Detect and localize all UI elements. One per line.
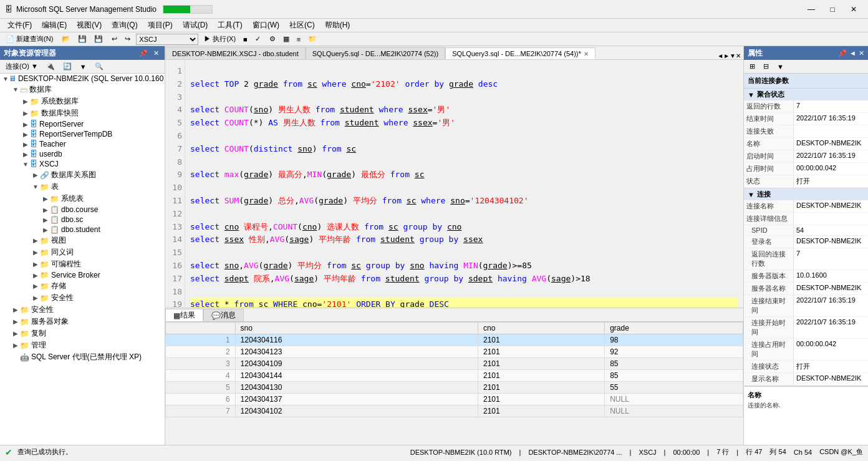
tree-dbo-sc[interactable]: ▶ 📋 dbo.sc bbox=[0, 215, 165, 225]
tab-scroll-left[interactable]: ◄ bbox=[717, 52, 723, 59]
prop-key-conn-name: 连接名称 bbox=[744, 200, 794, 212]
prop-header: 属性 📌 ◄ ✕ bbox=[744, 46, 868, 60]
prop-tb-btn1[interactable]: ⊞ bbox=[746, 61, 758, 72]
current-connection-label: 当前连接参数 bbox=[744, 74, 868, 89]
db-icon-xscj: 🗄 bbox=[30, 160, 37, 168]
tree-db-snapshots[interactable]: ▶ 📁 数据库快照 bbox=[0, 107, 165, 119]
cell-sno: 1204304116 bbox=[235, 334, 478, 346]
menu-window[interactable]: 窗口(W) bbox=[248, 19, 284, 32]
results-tab-results[interactable]: ▦ 结果 bbox=[165, 309, 203, 321]
tree-teacher-db[interactable]: ▶ 🗄 Teacher bbox=[0, 139, 165, 149]
tree-xscj-relations[interactable]: ▶ 🔗 数据库关系图 bbox=[0, 169, 165, 181]
xscj-security-label: 安全性 bbox=[51, 293, 74, 303]
tree-xscj-storage[interactable]: ▶ 📁 存储 bbox=[0, 280, 165, 292]
menu-debug[interactable]: 请试(D) bbox=[178, 19, 213, 32]
cell-sno: 1204304144 bbox=[235, 370, 478, 382]
prop-arrow-button[interactable]: ◄ bbox=[849, 49, 856, 57]
menu-help[interactable]: 帮助(H) bbox=[320, 19, 355, 32]
tree-databases[interactable]: ▼ 🗃 数据库 bbox=[0, 84, 165, 95]
tree-xscj[interactable]: ▼ 🗄 XSCJ bbox=[0, 159, 165, 169]
oe-pin-button[interactable]: 📌 bbox=[138, 49, 148, 57]
menu-bar: 文件(F) 编辑(E) 视图(V) 查询(Q) 项目(P) 请试(D) 工具(T… bbox=[0, 19, 868, 32]
parse-button[interactable]: ✓ bbox=[252, 33, 264, 46]
tree-userdb[interactable]: ▶ 🗄 userdb bbox=[0, 149, 165, 159]
prop-pin-button[interactable]: 📌 bbox=[838, 49, 847, 57]
tree-xscj-programmability[interactable]: ▶ 📁 可编程性 bbox=[0, 258, 165, 270]
tree-management[interactable]: ▶ 📁 管理 bbox=[0, 339, 165, 351]
tree-replication[interactable]: ▶ 📁 复制 bbox=[0, 328, 165, 339]
prop-tb-btn3[interactable]: ▼ bbox=[774, 62, 787, 72]
prop-val-end-time: 2022/10/7 16:35:19 bbox=[794, 113, 868, 125]
tab-scroll-right[interactable]: ► bbox=[723, 52, 730, 59]
tree-xscj-views[interactable]: ▶ 📁 视图 bbox=[0, 235, 165, 246]
save-all-button[interactable]: 💾 bbox=[91, 33, 106, 46]
results-tabs: ▦ 结果 💬 消息 bbox=[165, 308, 743, 322]
tree-system-tables[interactable]: ▶ 📁 系统表 bbox=[0, 193, 165, 205]
tree-server-root[interactable]: ▼ 🖥 DESKTOP-NBME2IK (SQL Server 10.0.160 bbox=[0, 74, 165, 84]
tab-dbo-student[interactable]: DESKTOP-NBME2IK.XSCJ - dbo.student bbox=[165, 47, 306, 59]
oe-disconnect-button[interactable]: 🔌 bbox=[43, 61, 58, 72]
tab-close-sqlquery3[interactable]: ✕ bbox=[584, 51, 589, 57]
tree-xscj-tables[interactable]: ▼ 📁 表 bbox=[0, 181, 165, 193]
new-query-button[interactable]: 📄 新建查询(N) bbox=[2, 33, 56, 46]
open-button[interactable]: 📂 bbox=[59, 33, 74, 46]
menu-file[interactable]: 文件(F) bbox=[2, 19, 37, 32]
results-tab-messages[interactable]: 💬 消息 bbox=[203, 309, 244, 321]
menu-view[interactable]: 视图(V) bbox=[72, 19, 107, 32]
oe-refresh-button[interactable]: 🔄 bbox=[60, 61, 75, 72]
tree-xscj-service-broker[interactable]: ▶ 📁 Service Broker bbox=[0, 270, 165, 280]
prop-key-server-name: 服务器名称 bbox=[744, 283, 794, 294]
tab-sqlquery5[interactable]: SQLQuery5.sql - DE...ME2IK\20774 (52)) bbox=[306, 47, 445, 59]
close-button[interactable]: ✕ bbox=[844, 3, 863, 16]
window-controls[interactable]: — □ ✕ bbox=[802, 3, 863, 16]
menu-tools[interactable]: 工具(T) bbox=[213, 19, 247, 32]
oe-filter-button[interactable]: ▼ bbox=[77, 62, 90, 72]
tree-sql-agent[interactable]: 🤖 SQL Server 代理(已禁用代理 XP) bbox=[0, 351, 165, 363]
menu-community[interactable]: 社区(C) bbox=[284, 19, 320, 32]
oe-search-button[interactable]: 🔍 bbox=[92, 61, 107, 72]
menu-project[interactable]: 项目(P) bbox=[143, 19, 178, 32]
tree-dbo-student[interactable]: ▶ 📋 dbo.student bbox=[0, 225, 165, 235]
prop-tb-btn2[interactable]: ⊟ bbox=[760, 61, 772, 72]
menu-edit[interactable]: 编辑(E) bbox=[37, 19, 72, 32]
results-to-file[interactable]: 📁 bbox=[305, 33, 320, 46]
prop-val-conn-name: DESKTOP-NBME2IK bbox=[794, 200, 868, 212]
tab-dropdown[interactable]: ▼ bbox=[730, 52, 736, 59]
row-num-cell: 3 bbox=[166, 358, 236, 370]
tab-close-all[interactable]: ✕ bbox=[736, 52, 741, 59]
maximize-button[interactable]: □ bbox=[823, 3, 842, 16]
cell-sno: 1204304137 bbox=[235, 394, 478, 405]
database-select[interactable]: XSCJ bbox=[136, 34, 198, 45]
tree-reportserver[interactable]: ▶ 🗄 ReportServer bbox=[0, 119, 165, 129]
prop-key-rows-returned: 返回的行数 bbox=[744, 100, 794, 112]
tree-xscj-security[interactable]: ▶ 📁 安全性 bbox=[0, 292, 165, 304]
results-to-grid[interactable]: ▦ bbox=[280, 33, 292, 46]
oe-connect-button[interactable]: 连接(O) ▼ bbox=[2, 61, 41, 72]
prop-close-button[interactable]: ✕ bbox=[859, 49, 864, 57]
tree-reportserver-tempdb[interactable]: ▶ 🗄 ReportServerTempDB bbox=[0, 129, 165, 139]
prop-val-server-ver: 10.0.1600 bbox=[794, 270, 868, 282]
tree-system-db[interactable]: ▶ 📁 系统数据库 bbox=[0, 95, 165, 107]
stop-button[interactable]: ■ bbox=[240, 33, 251, 46]
tree-server-objects[interactable]: ▶ 📁 服务器对象 bbox=[0, 316, 165, 328]
save-button[interactable]: 💾 bbox=[75, 33, 90, 46]
prop-key-conn-details: 连接详细信息 bbox=[744, 213, 794, 225]
oe-close-button[interactable]: ✕ bbox=[151, 49, 161, 57]
prop-key-conn-start: 连接开始时间 bbox=[744, 317, 794, 338]
results-to-text[interactable]: ≡ bbox=[294, 33, 304, 46]
minimize-button[interactable]: — bbox=[802, 3, 821, 16]
sql-editor[interactable]: select TOP 2 grade from sc where cno='21… bbox=[185, 60, 743, 308]
undo-button[interactable]: ↩ bbox=[109, 33, 120, 46]
tab-sqlquery3[interactable]: SQLQuery3.sql - DE...ME2IK\20774 (54))* … bbox=[445, 47, 596, 60]
tree-dbo-course[interactable]: ▶ 📋 dbo.course bbox=[0, 205, 165, 215]
menu-query[interactable]: 查询(Q) bbox=[107, 19, 142, 32]
query-options-button[interactable]: ⚙ bbox=[266, 33, 279, 46]
prop-val-conn-rows: 7 bbox=[794, 248, 868, 269]
tree-server-security[interactable]: ▶ 📁 安全性 bbox=[0, 304, 165, 316]
redo-button[interactable]: ↪ bbox=[122, 33, 133, 46]
tree-xscj-synonyms[interactable]: ▶ 📁 同义词 bbox=[0, 246, 165, 258]
tables-label: 表 bbox=[51, 182, 59, 192]
aggregate-state-header[interactable]: ▼ 聚合状态 bbox=[744, 89, 868, 100]
execute-button[interactable]: ▶ 执行(X) bbox=[201, 33, 239, 46]
connection-header[interactable]: ▼ 连接 bbox=[744, 188, 868, 200]
